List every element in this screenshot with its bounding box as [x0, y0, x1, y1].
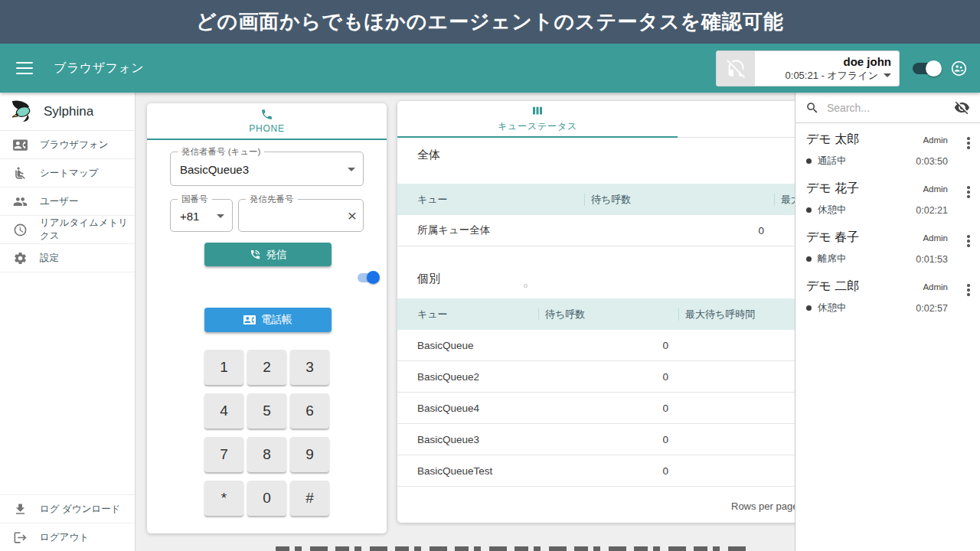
toggle-knob — [367, 271, 380, 284]
agent-status-box[interactable]: doe john 0:05:21 - オフライン — [716, 51, 900, 86]
sidebar-item-label: 設定 — [40, 252, 59, 265]
dial-key-0[interactable]: 0 — [247, 481, 286, 516]
tab-indicator — [147, 139, 387, 140]
tab-phone[interactable]: PHONE — [147, 103, 387, 139]
sylphina-logo-icon — [9, 99, 37, 124]
phone-tab-bar: PHONE — [147, 103, 387, 140]
supervised-users-icon[interactable] — [950, 60, 968, 77]
country-code-select[interactable]: 国番号 +81 — [170, 199, 233, 232]
chevron-down-icon — [217, 214, 224, 217]
country-code-value: +81 — [180, 209, 199, 222]
dialpad: 123456789*0# — [204, 350, 329, 516]
contact-phone-icon — [13, 138, 28, 152]
agent-name: デモ 春子 — [806, 230, 923, 246]
auto-answer-toggle[interactable] — [358, 273, 378, 282]
phone-icon — [260, 108, 273, 121]
agent-list-item[interactable]: デモ 太郎Admin通話中0:03:50 — [795, 123, 980, 172]
agent-status-text: 休憩中 — [818, 204, 847, 217]
kebab-menu-icon[interactable] — [962, 184, 975, 200]
agent-name: デモ 太郎 — [806, 132, 923, 148]
caller-number-label: 発信者番号 (キュー) — [178, 146, 264, 158]
individual-section-title: 個別 — [417, 272, 440, 286]
dial-key-*[interactable]: * — [204, 481, 243, 516]
sidebar-item-log-download[interactable]: ログ ダウンロード — [0, 494, 135, 523]
queue-name-cell: BasicQueue — [397, 340, 538, 351]
sidebar-item-label: ログ ダウンロード — [40, 503, 121, 516]
waiting-calls-cell: 0 — [538, 403, 678, 414]
dial-key-#[interactable]: # — [290, 481, 329, 516]
rows-per-page-label: Rows per page: — [731, 490, 801, 523]
agent-status-time: 0:01:53 — [916, 254, 948, 265]
queue-name-cell: BasicQueue4 — [397, 403, 538, 414]
contact-book-icon — [243, 314, 256, 326]
user-status-selector[interactable]: 0:05:21 - オフライン — [755, 69, 891, 83]
dial-key-2[interactable]: 2 — [247, 350, 286, 385]
call-button[interactable]: 発信 — [204, 243, 332, 266]
agent-role-badge: Admin — [923, 233, 948, 243]
clock-icon — [13, 223, 28, 237]
appbar-right: doe john 0:05:21 - オフライン — [716, 51, 968, 86]
dial-key-7[interactable]: 7 — [204, 437, 243, 472]
kebab-menu-icon[interactable] — [962, 282, 975, 298]
agent-role-badge: Admin — [923, 135, 948, 145]
agent-list-item[interactable]: デモ 春子Admin離席中0:01:53 — [795, 221, 980, 270]
caller-number-select[interactable]: 発信者番号 (キュー) BasicQueue3 — [170, 152, 364, 186]
screen: どの画面からでもほかのエージェントのステータスを確認可能 ブラウザフォン doe… — [0, 0, 980, 551]
clear-icon[interactable]: × — [348, 207, 357, 223]
dial-key-1[interactable]: 1 — [204, 350, 243, 385]
phone-panel: PHONE 発信者番号 (キュー) BasicQueue3 国番号 +81 発信… — [147, 103, 387, 533]
tab-indicator — [397, 136, 678, 138]
dial-key-4[interactable]: 4 — [204, 393, 243, 429]
country-code-label: 国番号 — [178, 194, 212, 205]
sidebar-item-label: ログアウト — [40, 531, 89, 544]
queue-name-cell: BasicQueueTest — [397, 465, 538, 477]
agent-role-badge: Admin — [923, 184, 948, 194]
sidebar-item-logout[interactable]: ログアウト — [0, 523, 135, 551]
sidebar-item-settings[interactable]: 設定 — [0, 244, 135, 272]
group-icon — [13, 194, 28, 209]
waiting-calls-cell: 0 — [538, 465, 678, 477]
waiting-calls-cell: 0 — [538, 340, 678, 351]
sidebar-item-label: リアルタイムメトリクス — [40, 217, 135, 243]
brand-name: Sylphina — [44, 104, 93, 119]
dial-key-9[interactable]: 9 — [290, 437, 329, 472]
menu-icon[interactable] — [16, 62, 33, 74]
decorative-dot — [524, 284, 528, 288]
agent-status-text: 休憩中 — [818, 302, 847, 315]
destination-number-field: 発信先番号 × — [238, 199, 364, 232]
sidebar-item-seat-map[interactable]: シートマップ — [0, 159, 135, 187]
agent-status-time: 0:03:50 — [916, 156, 948, 167]
queue-name-cell: BasicQueue3 — [397, 434, 538, 445]
search-icon — [805, 101, 819, 115]
top-banner: どの画面からでもほかのエージェントのステータスを確認可能 — [0, 0, 980, 44]
availability-toggle[interactable] — [913, 63, 940, 74]
status-dot-icon — [806, 305, 812, 311]
sidebar-item-realtime-metrics[interactable]: リアルタイムメトリクス — [0, 216, 135, 244]
dial-key-8[interactable]: 8 — [247, 437, 286, 472]
waiting-calls-cell: 0 — [538, 434, 678, 445]
sidebar-item-browser-phone[interactable]: ブラウザフォン — [0, 131, 135, 159]
download-icon — [13, 502, 28, 517]
sidebar-item-users[interactable]: ユーザー — [0, 187, 135, 216]
agents-panel: デモ 太郎Admin通話中0:03:50デモ 花子Admin休憩中0:02:21… — [795, 93, 980, 551]
queue-name-cell: BasicQueue2 — [397, 371, 538, 383]
column-header: 待ち呼数 — [538, 308, 678, 321]
agent-list-item[interactable]: デモ 二郎Admin休憩中0:02:57 — [795, 270, 980, 319]
kebab-menu-icon[interactable] — [962, 135, 975, 151]
phonebook-button[interactable]: 電話帳 — [204, 308, 332, 332]
dial-key-6[interactable]: 6 — [290, 393, 329, 429]
kebab-menu-icon[interactable] — [962, 233, 975, 249]
agent-search-input[interactable] — [827, 102, 954, 114]
eye-off-icon[interactable] — [954, 99, 970, 116]
dial-key-3[interactable]: 3 — [290, 350, 329, 385]
agent-list-item[interactable]: デモ 花子Admin休憩中0:02:21 — [795, 172, 980, 221]
sidebar-spacer — [0, 272, 135, 494]
destination-number-input[interactable] — [247, 203, 340, 228]
tab-queue-status[interactable]: キューステータス — [397, 101, 678, 136]
agent-status-time: 0:02:57 — [916, 303, 948, 314]
toggle-knob — [926, 60, 942, 77]
dial-key-5[interactable]: 5 — [247, 393, 286, 429]
tab-queue-label: キューステータス — [498, 120, 577, 133]
sidebar-item-label: シートマップ — [40, 167, 98, 180]
column-header: キュー — [397, 308, 538, 321]
